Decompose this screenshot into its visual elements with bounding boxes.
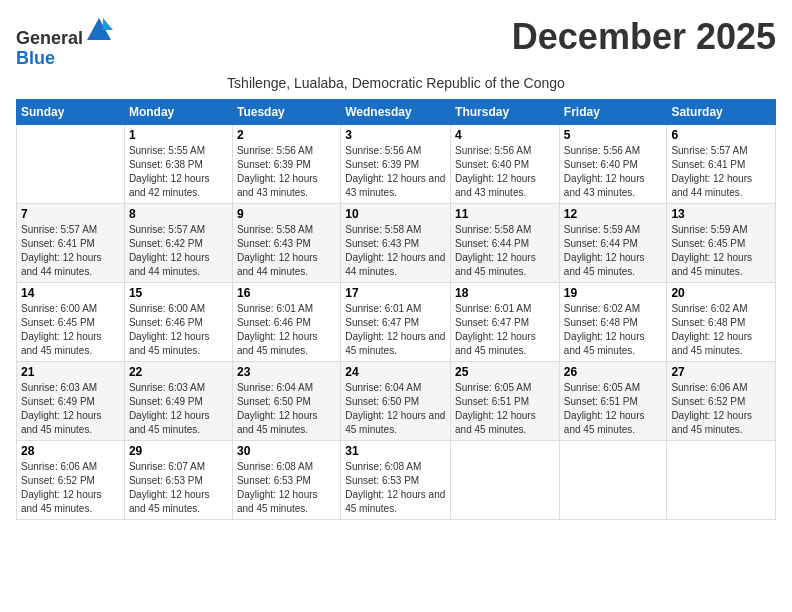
day-number: 23 (237, 365, 336, 379)
day-info: Sunrise: 6:08 AM Sunset: 6:53 PM Dayligh… (345, 460, 446, 516)
logo-general-text: General (16, 28, 83, 48)
calendar-cell: 29Sunrise: 6:07 AM Sunset: 6:53 PM Dayli… (124, 440, 232, 519)
day-number: 20 (671, 286, 771, 300)
day-number: 8 (129, 207, 228, 221)
calendar-cell: 26Sunrise: 6:05 AM Sunset: 6:51 PM Dayli… (559, 361, 667, 440)
calendar-cell: 21Sunrise: 6:03 AM Sunset: 6:49 PM Dayli… (17, 361, 125, 440)
day-info: Sunrise: 6:00 AM Sunset: 6:45 PM Dayligh… (21, 302, 120, 358)
day-info: Sunrise: 6:03 AM Sunset: 6:49 PM Dayligh… (21, 381, 120, 437)
calendar-cell (451, 440, 560, 519)
calendar-header-sunday: Sunday (17, 99, 125, 124)
day-info: Sunrise: 6:05 AM Sunset: 6:51 PM Dayligh… (455, 381, 555, 437)
calendar-cell: 17Sunrise: 6:01 AM Sunset: 6:47 PM Dayli… (341, 282, 451, 361)
calendar-cell: 31Sunrise: 6:08 AM Sunset: 6:53 PM Dayli… (341, 440, 451, 519)
calendar-cell (559, 440, 667, 519)
day-info: Sunrise: 5:56 AM Sunset: 6:40 PM Dayligh… (564, 144, 663, 200)
calendar-header-friday: Friday (559, 99, 667, 124)
calendar-header-tuesday: Tuesday (232, 99, 340, 124)
calendar-cell: 1Sunrise: 5:55 AM Sunset: 6:38 PM Daylig… (124, 124, 232, 203)
day-number: 27 (671, 365, 771, 379)
calendar-cell: 7Sunrise: 5:57 AM Sunset: 6:41 PM Daylig… (17, 203, 125, 282)
calendar-cell: 6Sunrise: 5:57 AM Sunset: 6:41 PM Daylig… (667, 124, 776, 203)
calendar-header-thursday: Thursday (451, 99, 560, 124)
calendar-cell: 16Sunrise: 6:01 AM Sunset: 6:46 PM Dayli… (232, 282, 340, 361)
day-number: 2 (237, 128, 336, 142)
calendar-cell: 28Sunrise: 6:06 AM Sunset: 6:52 PM Dayli… (17, 440, 125, 519)
day-number: 16 (237, 286, 336, 300)
calendar-cell: 8Sunrise: 5:57 AM Sunset: 6:42 PM Daylig… (124, 203, 232, 282)
calendar-week-row: 14Sunrise: 6:00 AM Sunset: 6:45 PM Dayli… (17, 282, 776, 361)
day-info: Sunrise: 6:07 AM Sunset: 6:53 PM Dayligh… (129, 460, 228, 516)
day-number: 15 (129, 286, 228, 300)
calendar-cell: 23Sunrise: 6:04 AM Sunset: 6:50 PM Dayli… (232, 361, 340, 440)
day-info: Sunrise: 5:59 AM Sunset: 6:45 PM Dayligh… (671, 223, 771, 279)
calendar-table: SundayMondayTuesdayWednesdayThursdayFrid… (16, 99, 776, 520)
day-info: Sunrise: 5:56 AM Sunset: 6:39 PM Dayligh… (345, 144, 446, 200)
day-info: Sunrise: 6:01 AM Sunset: 6:47 PM Dayligh… (455, 302, 555, 358)
day-number: 29 (129, 444, 228, 458)
day-number: 21 (21, 365, 120, 379)
calendar-week-row: 7Sunrise: 5:57 AM Sunset: 6:41 PM Daylig… (17, 203, 776, 282)
day-info: Sunrise: 5:57 AM Sunset: 6:42 PM Dayligh… (129, 223, 228, 279)
month-title: December 2025 (512, 16, 776, 58)
calendar-cell: 14Sunrise: 6:00 AM Sunset: 6:45 PM Dayli… (17, 282, 125, 361)
calendar-cell: 11Sunrise: 5:58 AM Sunset: 6:44 PM Dayli… (451, 203, 560, 282)
calendar-cell: 10Sunrise: 5:58 AM Sunset: 6:43 PM Dayli… (341, 203, 451, 282)
logo-icon (85, 16, 113, 44)
day-info: Sunrise: 5:57 AM Sunset: 6:41 PM Dayligh… (21, 223, 120, 279)
day-number: 5 (564, 128, 663, 142)
calendar-cell: 22Sunrise: 6:03 AM Sunset: 6:49 PM Dayli… (124, 361, 232, 440)
day-number: 28 (21, 444, 120, 458)
logo: General Blue (16, 16, 113, 69)
day-number: 22 (129, 365, 228, 379)
day-number: 30 (237, 444, 336, 458)
calendar-header-saturday: Saturday (667, 99, 776, 124)
day-number: 17 (345, 286, 446, 300)
day-info: Sunrise: 5:56 AM Sunset: 6:39 PM Dayligh… (237, 144, 336, 200)
day-number: 18 (455, 286, 555, 300)
day-number: 13 (671, 207, 771, 221)
day-info: Sunrise: 6:05 AM Sunset: 6:51 PM Dayligh… (564, 381, 663, 437)
calendar-cell: 13Sunrise: 5:59 AM Sunset: 6:45 PM Dayli… (667, 203, 776, 282)
calendar-week-row: 28Sunrise: 6:06 AM Sunset: 6:52 PM Dayli… (17, 440, 776, 519)
day-info: Sunrise: 6:01 AM Sunset: 6:46 PM Dayligh… (237, 302, 336, 358)
day-number: 10 (345, 207, 446, 221)
svg-marker-1 (103, 18, 113, 30)
calendar-header-wednesday: Wednesday (341, 99, 451, 124)
calendar-cell: 24Sunrise: 6:04 AM Sunset: 6:50 PM Dayli… (341, 361, 451, 440)
day-number: 26 (564, 365, 663, 379)
calendar-cell: 25Sunrise: 6:05 AM Sunset: 6:51 PM Dayli… (451, 361, 560, 440)
day-number: 6 (671, 128, 771, 142)
calendar-cell: 4Sunrise: 5:56 AM Sunset: 6:40 PM Daylig… (451, 124, 560, 203)
day-info: Sunrise: 5:56 AM Sunset: 6:40 PM Dayligh… (455, 144, 555, 200)
logo-blue-text: Blue (16, 48, 55, 68)
day-info: Sunrise: 5:57 AM Sunset: 6:41 PM Dayligh… (671, 144, 771, 200)
day-info: Sunrise: 6:00 AM Sunset: 6:46 PM Dayligh… (129, 302, 228, 358)
day-info: Sunrise: 5:55 AM Sunset: 6:38 PM Dayligh… (129, 144, 228, 200)
day-number: 14 (21, 286, 120, 300)
page-header: General Blue December 2025 (16, 16, 776, 69)
day-info: Sunrise: 6:03 AM Sunset: 6:49 PM Dayligh… (129, 381, 228, 437)
day-info: Sunrise: 6:06 AM Sunset: 6:52 PM Dayligh… (21, 460, 120, 516)
calendar-cell (667, 440, 776, 519)
day-info: Sunrise: 6:02 AM Sunset: 6:48 PM Dayligh… (671, 302, 771, 358)
calendar-cell: 5Sunrise: 5:56 AM Sunset: 6:40 PM Daylig… (559, 124, 667, 203)
calendar-cell: 9Sunrise: 5:58 AM Sunset: 6:43 PM Daylig… (232, 203, 340, 282)
day-info: Sunrise: 6:01 AM Sunset: 6:47 PM Dayligh… (345, 302, 446, 358)
calendar-week-row: 1Sunrise: 5:55 AM Sunset: 6:38 PM Daylig… (17, 124, 776, 203)
day-info: Sunrise: 5:58 AM Sunset: 6:44 PM Dayligh… (455, 223, 555, 279)
day-number: 1 (129, 128, 228, 142)
calendar-cell: 20Sunrise: 6:02 AM Sunset: 6:48 PM Dayli… (667, 282, 776, 361)
day-number: 31 (345, 444, 446, 458)
day-info: Sunrise: 5:58 AM Sunset: 6:43 PM Dayligh… (237, 223, 336, 279)
day-info: Sunrise: 5:58 AM Sunset: 6:43 PM Dayligh… (345, 223, 446, 279)
calendar-cell: 15Sunrise: 6:00 AM Sunset: 6:46 PM Dayli… (124, 282, 232, 361)
calendar-cell: 2Sunrise: 5:56 AM Sunset: 6:39 PM Daylig… (232, 124, 340, 203)
day-info: Sunrise: 6:04 AM Sunset: 6:50 PM Dayligh… (345, 381, 446, 437)
calendar-cell (17, 124, 125, 203)
day-number: 25 (455, 365, 555, 379)
day-info: Sunrise: 6:06 AM Sunset: 6:52 PM Dayligh… (671, 381, 771, 437)
calendar-header-monday: Monday (124, 99, 232, 124)
day-number: 19 (564, 286, 663, 300)
calendar-cell: 18Sunrise: 6:01 AM Sunset: 6:47 PM Dayli… (451, 282, 560, 361)
